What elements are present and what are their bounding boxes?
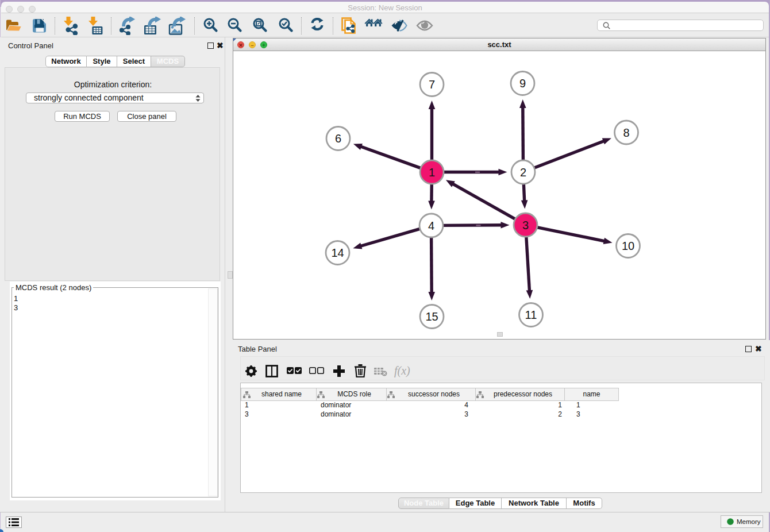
svg-text:11: 11	[525, 309, 537, 321]
svg-text:3: 3	[522, 219, 529, 232]
svg-text:15: 15	[425, 310, 438, 323]
svg-text:1: 1	[429, 166, 435, 179]
svg-text:2: 2	[520, 166, 526, 179]
svg-text:6: 6	[335, 132, 341, 145]
svg-text:4: 4	[428, 219, 434, 232]
svg-text:9: 9	[519, 77, 526, 90]
svg-text:10: 10	[622, 240, 634, 252]
svg-text:7: 7	[429, 78, 435, 91]
svg-text:8: 8	[623, 126, 629, 139]
svg-text:f(x): f(x)	[394, 364, 410, 377]
svg-text:14: 14	[331, 246, 344, 259]
